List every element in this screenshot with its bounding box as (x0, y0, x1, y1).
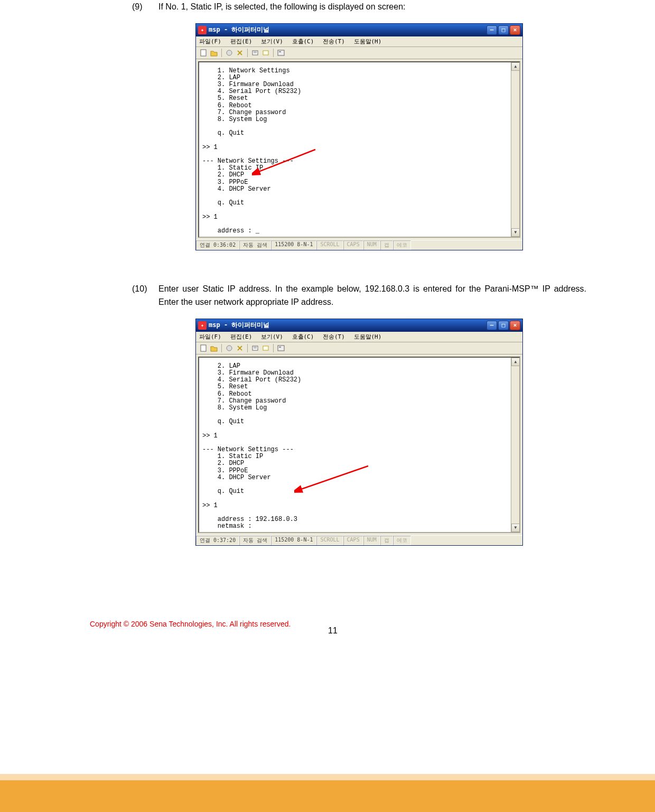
disconnect-icon[interactable] (236, 344, 244, 352)
step-text: Enter user Static IP address. In the exa… (158, 282, 586, 309)
close-button[interactable]: × (510, 25, 520, 35)
status-scroll: SCROLL (316, 240, 343, 250)
step-number: (10) (132, 282, 158, 296)
open-file-icon[interactable] (210, 49, 218, 57)
maximize-button[interactable]: □ (498, 25, 509, 35)
terminal-output[interactable]: 1. Network Settings 2. LAP 3. Firmware D… (199, 62, 519, 237)
title-bar: ✦ msp - 하이퍼터미널 ‒ □ × (196, 319, 522, 332)
status-scroll: SCROLL (316, 536, 343, 545)
status-bar: 연결 0:37:20 자동 검색 115200 8-N-1 SCROLL CAP… (196, 535, 522, 545)
svg-rect-7 (201, 345, 206, 351)
menu-view[interactable]: 보기(V) (261, 333, 283, 340)
status-portsettings: 115200 8-N-1 (271, 240, 316, 250)
connect-icon[interactable] (225, 344, 233, 352)
new-file-icon[interactable] (199, 49, 208, 57)
menu-bar: 파일(F) 편집(E) 보기(V) 호출(C) 전송(T) 도움말(H) (196, 36, 522, 47)
scroll-up-icon[interactable]: ▲ (511, 62, 520, 71)
status-portsettings: 115200 8-N-1 (271, 536, 316, 545)
menu-view[interactable]: 보기(V) (261, 38, 283, 45)
status-num: NUM (363, 240, 380, 250)
menu-edit[interactable]: 편집(E) (230, 333, 252, 340)
receive-icon[interactable] (261, 49, 270, 57)
toolbar (196, 47, 522, 59)
terminal-output[interactable]: 2. LAP 3. Firmware Download 4. Serial Po… (199, 358, 519, 532)
window-title: msp - 하이퍼터미널 (209, 25, 486, 34)
svg-rect-10 (263, 346, 268, 350)
menu-call[interactable]: 호출(C) (292, 38, 314, 45)
menu-transfer[interactable]: 전송(T) (323, 333, 345, 340)
status-num: NUM (363, 536, 380, 545)
status-caps: CAPS (343, 536, 363, 545)
status-bar: 연결 0:36:02 자동 검색 115200 8-N-1 SCROLL CAP… (196, 240, 522, 250)
menu-edit[interactable]: 편집(E) (230, 38, 252, 45)
status-caps: CAPS (343, 240, 363, 250)
svg-rect-4 (278, 50, 284, 55)
maximize-button[interactable]: □ (498, 321, 509, 330)
menu-help[interactable]: 도움말(H) (354, 333, 382, 340)
status-autodetect: 자동 검색 (239, 536, 271, 545)
menu-call[interactable]: 호출(C) (292, 333, 314, 340)
svg-rect-12 (279, 347, 281, 348)
menu-bar: 파일(F) 편집(E) 보기(V) 호출(C) 전송(T) 도움말(H) (196, 332, 522, 342)
scroll-up-icon[interactable]: ▲ (511, 358, 520, 366)
menu-help[interactable]: 도움말(H) (354, 38, 382, 45)
svg-rect-3 (263, 51, 268, 55)
status-autodetect: 자동 검색 (239, 240, 271, 250)
svg-rect-0 (201, 50, 206, 56)
new-file-icon[interactable] (199, 344, 208, 352)
title-bar: ✦ msp - 하이퍼터미널 ‒ □ × (196, 24, 522, 36)
svg-point-1 (227, 50, 232, 55)
menu-file[interactable]: 파일(F) (199, 38, 221, 45)
menu-file[interactable]: 파일(F) (199, 333, 221, 340)
scroll-down-icon[interactable]: ▼ (511, 524, 520, 532)
status-echo: 에코 (393, 536, 411, 545)
toolbar (196, 342, 522, 354)
status-connect-time: 연결 0:37:20 (196, 536, 239, 545)
footer-band (0, 780, 655, 812)
status-connect-time: 연결 0:36:02 (196, 240, 239, 250)
send-icon[interactable] (251, 49, 259, 57)
app-icon: ✦ (198, 321, 207, 330)
status-echo: 에코 (393, 240, 411, 250)
step-number: (9) (132, 0, 158, 14)
window-title: msp - 하이퍼터미널 (209, 321, 486, 330)
vertical-scrollbar[interactable]: ▲ ▼ (511, 358, 519, 532)
connect-icon[interactable] (225, 49, 233, 57)
scroll-down-icon[interactable]: ▼ (511, 228, 520, 237)
status-cap: 캡 (380, 240, 393, 250)
status-cap: 캡 (380, 536, 393, 545)
minimize-button[interactable]: ‒ (486, 25, 497, 35)
hyperterminal-window-2: ✦ msp - 하이퍼터미널 ‒ □ × 파일(F) 편집(E) 보기(V) 호… (195, 319, 523, 546)
properties-icon[interactable] (277, 49, 285, 57)
svg-rect-5 (279, 51, 281, 52)
send-icon[interactable] (251, 344, 259, 352)
receive-icon[interactable] (261, 344, 270, 352)
menu-transfer[interactable]: 전송(T) (323, 38, 345, 45)
svg-rect-11 (278, 346, 284, 351)
app-icon: ✦ (198, 26, 207, 34)
step-text: If No. 1, Static IP, is selected, the fo… (158, 0, 586, 14)
close-button[interactable]: × (510, 321, 520, 330)
hyperterminal-window-1: ✦ msp - 하이퍼터미널 ‒ □ × 파일(F) 편집(E) 보기(V) 호… (195, 23, 523, 250)
open-file-icon[interactable] (210, 344, 218, 352)
minimize-button[interactable]: ‒ (486, 321, 497, 330)
svg-point-8 (227, 346, 232, 351)
disconnect-icon[interactable] (236, 49, 244, 57)
vertical-scrollbar[interactable]: ▲ ▼ (511, 62, 519, 237)
properties-icon[interactable] (277, 344, 285, 352)
